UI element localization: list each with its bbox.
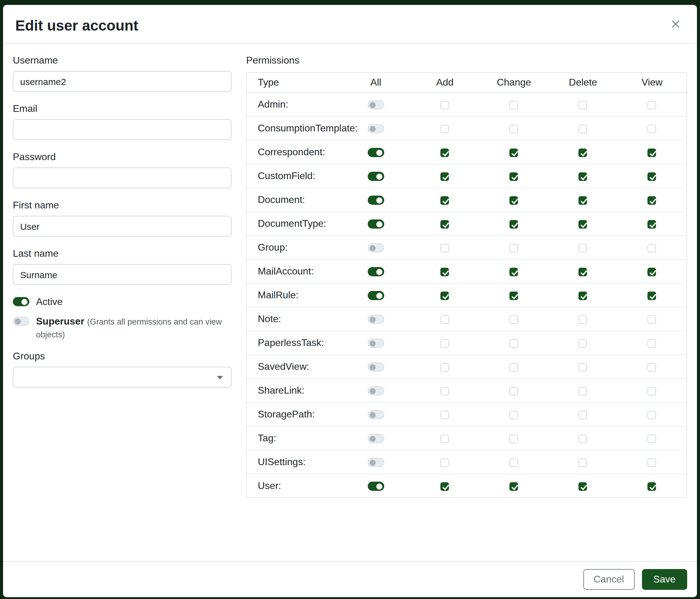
perm-all-toggle[interactable] (368, 172, 384, 181)
active-toggle[interactable] (13, 297, 29, 306)
perm-all-toggle[interactable] (368, 434, 384, 444)
perm-add-checkbox[interactable] (441, 125, 449, 133)
perm-change-checkbox[interactable] (510, 458, 518, 467)
perm-type-label: Admin: (247, 93, 342, 117)
save-button[interactable]: Save (642, 569, 687, 590)
perm-all-toggle[interactable] (368, 339, 384, 348)
perm-delete-checkbox[interactable] (579, 411, 587, 419)
perm-view-checkbox[interactable] (648, 315, 656, 324)
perm-add-checkbox[interactable] (441, 244, 449, 253)
perm-delete-checkbox[interactable] (579, 101, 587, 110)
perm-all-toggle[interactable] (368, 220, 384, 229)
groups-select[interactable] (13, 367, 231, 387)
perm-view-checkbox[interactable] (648, 220, 656, 229)
perm-delete-checkbox[interactable] (579, 196, 587, 205)
perm-view-checkbox[interactable] (648, 411, 656, 419)
perm-change-checkbox[interactable] (510, 315, 518, 324)
perm-change-checkbox[interactable] (510, 435, 518, 443)
perm-view-checkbox[interactable] (648, 125, 656, 133)
perm-change-checkbox[interactable] (510, 172, 518, 181)
perm-delete-checkbox[interactable] (579, 458, 587, 467)
perm-all-toggle[interactable] (368, 124, 384, 134)
perm-change-checkbox[interactable] (510, 268, 518, 276)
username-input[interactable] (13, 71, 231, 92)
perm-change-checkbox[interactable] (510, 482, 518, 491)
password-input[interactable] (13, 167, 231, 188)
perm-add-checkbox[interactable] (441, 411, 449, 419)
perm-add-checkbox[interactable] (441, 101, 449, 110)
perm-delete-checkbox[interactable] (579, 220, 587, 229)
perm-view-checkbox[interactable] (648, 148, 656, 157)
perm-all-toggle[interactable] (368, 100, 384, 110)
perm-all-toggle[interactable] (368, 244, 384, 253)
perm-add-checkbox[interactable] (441, 291, 449, 300)
perm-add-checkbox[interactable] (441, 435, 449, 443)
perm-add-checkbox[interactable] (441, 482, 449, 491)
perm-change-checkbox[interactable] (510, 101, 518, 110)
permissions-column-header: View (618, 73, 686, 93)
perm-change-checkbox[interactable] (510, 339, 518, 348)
perm-change-checkbox[interactable] (510, 363, 518, 372)
perm-all-toggle[interactable] (368, 410, 384, 420)
perm-all-toggle[interactable] (368, 148, 384, 158)
perm-all-toggle[interactable] (368, 196, 384, 205)
perm-change-checkbox[interactable] (510, 244, 518, 253)
perm-delete-checkbox[interactable] (579, 339, 587, 348)
first-name-input[interactable] (13, 216, 231, 237)
perm-add-checkbox[interactable] (441, 339, 449, 348)
close-icon[interactable]: ✕ (667, 16, 685, 33)
perm-add-checkbox[interactable] (441, 148, 449, 157)
perm-add-checkbox[interactable] (441, 172, 449, 181)
perm-all-toggle[interactable] (368, 387, 384, 396)
perm-all-toggle[interactable] (368, 363, 384, 372)
perm-change-checkbox[interactable] (510, 411, 518, 419)
perm-view-checkbox[interactable] (648, 363, 656, 372)
perm-change-checkbox[interactable] (510, 125, 518, 133)
perm-view-checkbox[interactable] (648, 482, 656, 491)
perm-view-checkbox[interactable] (648, 268, 656, 276)
perm-add-checkbox[interactable] (441, 315, 449, 324)
last-name-input[interactable] (13, 264, 231, 285)
perm-delete-checkbox[interactable] (579, 387, 587, 396)
perm-change-checkbox[interactable] (510, 291, 518, 300)
perm-delete-checkbox[interactable] (579, 148, 587, 157)
perm-add-checkbox[interactable] (441, 268, 449, 276)
perm-all-toggle[interactable] (368, 291, 384, 301)
perm-view-checkbox[interactable] (648, 339, 656, 348)
perm-change-checkbox[interactable] (510, 220, 518, 229)
perm-view-checkbox[interactable] (648, 196, 656, 205)
perm-add-checkbox[interactable] (441, 220, 449, 229)
cancel-button[interactable]: Cancel (583, 569, 634, 590)
perm-delete-checkbox[interactable] (579, 435, 587, 443)
perm-delete-checkbox[interactable] (579, 315, 587, 324)
perm-all-toggle[interactable] (368, 482, 384, 491)
perm-view-checkbox[interactable] (648, 101, 656, 110)
perm-add-checkbox[interactable] (441, 387, 449, 396)
perm-view-checkbox[interactable] (648, 291, 656, 300)
perm-view-checkbox[interactable] (648, 244, 656, 253)
perm-change-checkbox[interactable] (510, 148, 518, 157)
perm-change-checkbox[interactable] (510, 387, 518, 396)
perm-delete-checkbox[interactable] (579, 482, 587, 491)
perm-view-checkbox[interactable] (648, 435, 656, 443)
email-input[interactable] (13, 119, 231, 140)
perm-change-checkbox[interactable] (510, 196, 518, 205)
perm-all-toggle[interactable] (368, 267, 384, 277)
perm-delete-checkbox[interactable] (579, 363, 587, 372)
active-label: Active (36, 295, 62, 309)
perm-delete-checkbox[interactable] (579, 125, 587, 133)
perm-delete-checkbox[interactable] (579, 244, 587, 253)
perm-add-checkbox[interactable] (441, 458, 449, 467)
perm-view-checkbox[interactable] (648, 172, 656, 181)
perm-all-toggle[interactable] (368, 315, 384, 324)
perm-add-checkbox[interactable] (441, 363, 449, 372)
perm-add-checkbox[interactable] (441, 196, 449, 205)
perm-delete-checkbox[interactable] (579, 268, 587, 276)
perm-view-checkbox[interactable] (648, 387, 656, 396)
perm-delete-checkbox[interactable] (579, 291, 587, 300)
permission-row: MailRule: (247, 284, 686, 308)
perm-all-toggle[interactable] (368, 458, 384, 467)
perm-view-checkbox[interactable] (648, 458, 656, 467)
perm-delete-checkbox[interactable] (579, 172, 587, 181)
superuser-toggle[interactable] (13, 317, 29, 326)
